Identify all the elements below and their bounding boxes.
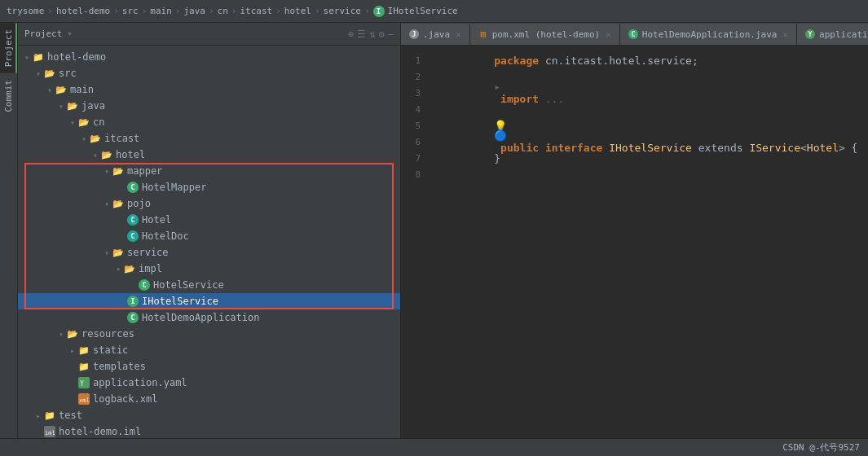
xml-file-icon: xml [78,393,90,405]
iml-icon: iml [44,426,55,437]
folder-icon-src: 📂 [44,68,55,79]
project-tree: 📁 hotel-demo 📂 src 📂 main 📂 java [18,46,400,438]
tree-item-hotel-demo[interactable]: 📁 hotel-demo [18,49,400,65]
breadcrumb-hotel-demo[interactable]: hotel-demo [56,6,110,16]
tab-icon-hoteldemoapp: C [628,29,638,39]
tree-item-hotelservice[interactable]: C HotelService [18,277,400,293]
toolbar-expand-btn[interactable]: ⇅ [369,28,375,40]
code-line-1: 1 package cn.itcast.hotel.service; [401,52,868,68]
tree-item-hotel-demo-iml[interactable]: iml hotel-demo.iml [18,423,400,438]
folder-icon-service: 📂 [112,247,124,258]
tab-pom[interactable]: m pom.xml (hotel-demo) × [470,24,620,45]
svg-text:Y: Y [80,380,84,388]
panel-toolbar: ⊕ ☰ ⇅ ⚙ − [348,28,394,40]
folder-icon-resources: 📂 [67,328,78,340]
breadcrumb-trysome[interactable]: trysome [7,6,44,16]
tree-item-cn[interactable]: 📂 cn [18,114,400,130]
toolbar-settings-btn[interactable]: ⚙ [379,28,385,40]
tree-item-java[interactable]: 📂 java [18,98,400,114]
tab-java[interactable]: J .java × [401,24,470,45]
project-panel-title: Project ▾ [24,28,73,39]
toolbar-locate-btn[interactable]: ⊕ [348,28,354,40]
breadcrumb: trysome › hotel-demo › src › main › java… [0,0,868,23]
tree-item-hotelmapper[interactable]: C HotelMapper [18,179,400,195]
folder-icon-pojo: 📂 [112,198,124,209]
tab-close-hoteldemoapp[interactable]: × [782,29,788,40]
java-icon-hoteldoc: C [127,230,139,242]
tree-item-impl[interactable]: 📂 impl [18,261,400,277]
svg-text:iml: iml [45,430,55,436]
folder-icon-cn: 📂 [78,116,90,128]
editor-content: 1 package cn.itcast.hotel.service; 2 3 ▸… [401,46,868,438]
tree-item-hoteldoc[interactable]: C HotelDoc [18,228,400,244]
tree-item-mapper[interactable]: 📂 mapper [18,163,400,179]
tree-item-hotel-class[interactable]: C Hotel [18,212,400,228]
project-panel: Project ▾ ⊕ ☰ ⇅ ⚙ − 📁 hotel-demo 📂 [18,23,401,438]
tree-item-test[interactable]: 📁 test [18,407,400,423]
tree-item-static[interactable]: 📁 static [18,342,400,358]
project-panel-header: Project ▾ ⊕ ☰ ⇅ ⚙ − [18,23,400,46]
folder-icon-itcast: 📂 [90,133,101,144]
breadcrumb-src[interactable]: src [122,6,139,16]
java-icon-ihotelservice: I [127,296,139,307]
tree-item-resources[interactable]: 📂 resources [18,326,400,342]
tree-item-service[interactable]: 📂 service [18,244,400,261]
tree-item-hotel[interactable]: 📂 hotel [18,147,400,163]
sidebar-tab-project[interactable]: Project [0,23,17,73]
folder-icon-templates: 📁 [78,361,90,372]
breadcrumb-main[interactable]: main [150,6,172,16]
ihotelservice-icon: I [373,6,385,17]
status-bar: CSDN @-代号9527 [0,438,868,456]
folder-icon-test: 📁 [44,410,55,421]
tree-item-itcast[interactable]: 📂 itcast [18,130,400,147]
folder-icon-java: 📂 [67,100,78,112]
tree-item-logback-xml[interactable]: xml logback.xml [18,391,400,407]
editor-area: J .java × m pom.xml (hotel-demo) × C Hot… [401,23,868,438]
breadcrumb-hotel[interactable]: hotel [284,6,311,16]
tab-application-yaml[interactable]: Y application.yaml × [797,24,868,45]
breadcrumb-java[interactable]: java [183,6,205,16]
java-icon-hoteldemoapp: C [127,312,139,323]
folder-icon-static: 📁 [78,344,90,356]
toolbar-collapse-btn[interactable]: ☰ [357,28,366,40]
tab-icon-yaml: Y [805,29,815,39]
tab-close-java[interactable]: × [456,29,461,40]
folder-icon-hotel-demo: 📁 [33,51,44,63]
tab-hoteldemoapplication[interactable]: C HotelDemoApplication.java × [620,24,797,45]
breadcrumb-itcast[interactable]: itcast [240,6,272,16]
tree-item-pojo[interactable]: 📂 pojo [18,195,400,212]
folder-icon-mapper: 📂 [112,165,124,177]
code-line-3: 3 ▸ import ... [401,85,868,101]
tree-item-ihotelservice[interactable]: I IHotelService [18,293,400,309]
watermark-text: CSDN @-代号9527 [782,441,860,454]
java-icon-hotel: C [127,214,139,226]
folder-icon-hotel: 📂 [101,149,112,160]
tree-item-hoteldemoapp[interactable]: C HotelDemoApplication [18,309,400,326]
editor-tabs: J .java × m pom.xml (hotel-demo) × C Hot… [401,23,868,46]
tree-item-main[interactable]: 📂 main [18,81,400,98]
sidebar-tab-commit[interactable]: Commit [0,73,17,119]
tree-item-src[interactable]: 📂 src [18,65,400,81]
tab-close-pom[interactable]: × [606,29,611,40]
tree-item-application-yaml[interactable]: Y application.yaml [18,375,400,391]
svg-text:xml: xml [79,397,90,404]
folder-icon-main: 📂 [55,84,67,95]
toolbar-minimize-btn[interactable]: − [388,28,394,40]
java-icon-hotelmapper: C [127,182,139,193]
yaml-file-icon: Y [78,377,90,388]
java-icon-hotelservice: C [139,279,150,291]
breadcrumb-ihotelservice: I IHotelService [373,6,458,17]
tree-item-templates[interactable]: 📁 templates [18,358,400,375]
breadcrumb-cn[interactable]: cn [218,6,228,16]
folder-icon-impl: 📂 [124,263,135,274]
breadcrumb-service[interactable]: service [324,6,361,16]
tab-icon-java: J [409,29,419,39]
tab-icon-pom: m [478,29,488,39]
